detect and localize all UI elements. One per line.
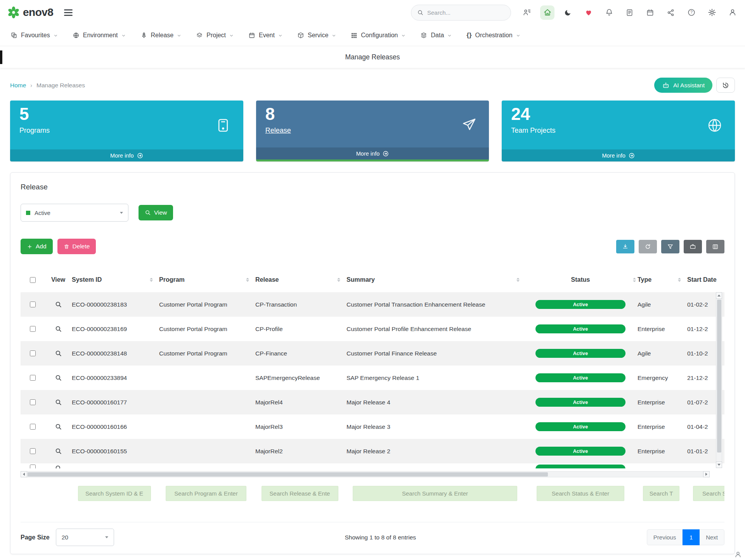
nav-label: Data — [431, 32, 444, 39]
horizontal-scroll-thumb[interactable] — [28, 472, 548, 477]
hamburger-menu-icon[interactable] — [64, 9, 73, 16]
share-icon[interactable] — [664, 5, 678, 20]
home-icon[interactable] — [540, 5, 554, 20]
previous-page-button[interactable]: Previous — [647, 529, 683, 545]
nav-item-event[interactable]: Event — [241, 25, 290, 46]
header-type[interactable]: Type — [638, 276, 687, 283]
add-button[interactable]: Add — [21, 239, 53, 254]
vertical-scrollbar — [716, 292, 722, 468]
row-checkbox[interactable] — [30, 375, 36, 381]
sort-control[interactable] — [337, 278, 344, 282]
more-info-link[interactable]: More info — [10, 149, 243, 161]
summary-cell: Customer Portal Finance Release — [347, 350, 526, 357]
view-row-button[interactable] — [55, 447, 62, 455]
filter-button[interactable] — [661, 240, 679, 253]
search-status-input[interactable] — [537, 486, 624, 501]
header-summary[interactable]: Summary — [347, 276, 526, 283]
user-icon[interactable] — [725, 5, 740, 20]
next-page-button[interactable]: Next — [700, 529, 724, 545]
row-checkbox[interactable] — [30, 326, 36, 332]
breadcrumb-current: Manage Releases — [36, 82, 85, 89]
view-row-button[interactable] — [55, 399, 62, 406]
scroll-left-arrow[interactable] — [21, 471, 27, 477]
nav-item-project[interactable]: Project — [189, 25, 241, 46]
history-button[interactable] — [716, 78, 735, 93]
nav-item-service[interactable]: Service — [290, 25, 343, 46]
columns-button[interactable] — [706, 240, 724, 253]
bell-icon[interactable] — [602, 5, 616, 20]
search-release-input[interactable] — [262, 486, 338, 501]
search-box[interactable] — [411, 5, 511, 21]
row-checkbox[interactable] — [30, 399, 36, 405]
horizontal-scroll-track[interactable] — [27, 471, 703, 477]
sort-control[interactable] — [678, 278, 685, 282]
delete-button[interactable]: Delete — [57, 239, 96, 254]
page-size-select[interactable]: 20 — [56, 529, 114, 546]
view-row-button[interactable] — [55, 374, 62, 381]
chevron-down-icon — [447, 33, 452, 38]
row-checkbox[interactable] — [30, 424, 36, 430]
refresh-button[interactable] — [639, 240, 657, 253]
search-start-date-input[interactable] — [693, 486, 724, 501]
header-release[interactable]: Release — [255, 276, 347, 283]
select-all-checkbox[interactable] — [30, 277, 36, 283]
header-status[interactable]: Status — [526, 276, 638, 283]
moon-icon[interactable] — [561, 5, 575, 20]
calendar-icon[interactable] — [643, 5, 657, 20]
search-summary-input[interactable] — [353, 486, 517, 501]
sort-control[interactable] — [150, 278, 157, 282]
export-button[interactable] — [616, 240, 634, 253]
nav-item-configuration[interactable]: Configuration — [343, 25, 413, 46]
view-row-button[interactable] — [55, 325, 62, 333]
header-system-id[interactable]: System ID — [72, 276, 159, 283]
sort-control[interactable] — [633, 278, 636, 282]
page-1-button[interactable]: 1 — [683, 529, 700, 545]
scroll-down-arrow[interactable] — [716, 461, 722, 468]
gear-icon[interactable] — [705, 5, 719, 20]
more-info-link[interactable]: More info — [256, 147, 489, 160]
breadcrumb-home-link[interactable]: Home — [10, 82, 26, 89]
row-checkbox[interactable] — [30, 302, 36, 307]
row-checkbox[interactable] — [30, 448, 36, 454]
sort-control[interactable] — [516, 278, 523, 282]
more-info-link[interactable]: More info — [502, 149, 735, 161]
nav-item-favourites[interactable]: Favourites — [3, 25, 65, 46]
search-icon — [55, 399, 62, 406]
header-program[interactable]: Program — [159, 276, 255, 283]
scroll-up-arrow[interactable] — [716, 292, 722, 299]
search-input[interactable] — [427, 9, 505, 16]
search-system-id-input[interactable] — [78, 486, 151, 501]
clipboard-icon[interactable] — [622, 5, 637, 20]
search-icon — [55, 465, 62, 468]
row-checkbox[interactable] — [30, 350, 36, 356]
summary-cell: Major Release 3 — [347, 423, 526, 430]
enov8-logo[interactable]: enov8 — [7, 6, 53, 19]
type-cell: Enterprise — [638, 423, 687, 430]
nav-item-release[interactable]: Release — [133, 25, 189, 46]
search-type-input[interactable] — [643, 486, 679, 501]
view-row-button[interactable] — [55, 350, 62, 357]
row-checkbox[interactable] — [30, 465, 36, 468]
release-card-link[interactable]: Release — [265, 127, 291, 134]
user-data-icon[interactable] — [520, 5, 534, 20]
search-program-input[interactable] — [166, 486, 246, 501]
view-button[interactable]: View — [139, 205, 173, 220]
status-filter-select[interactable]: Active — [21, 204, 128, 222]
nav-item-environment[interactable]: Environment — [65, 25, 133, 46]
nav-item-orchestration[interactable]: {} Orchestration — [459, 25, 527, 46]
briefcase-button[interactable] — [684, 240, 702, 253]
view-row-button[interactable] — [55, 423, 62, 430]
scroll-right-arrow[interactable] — [703, 471, 710, 477]
help-icon[interactable]: ? — [684, 5, 698, 20]
braces-icon: {} — [466, 31, 471, 39]
corner-user-icon[interactable] — [734, 551, 742, 558]
vertical-scroll-track[interactable] — [716, 299, 722, 461]
heart-icon[interactable] — [581, 5, 596, 20]
vertical-scroll-thumb[interactable] — [717, 300, 721, 453]
view-row-button[interactable] — [55, 465, 62, 468]
view-row-button[interactable] — [55, 301, 62, 308]
nav-item-data[interactable]: Data — [413, 25, 459, 46]
sort-control[interactable] — [246, 278, 253, 282]
header-start-date[interactable]: Start Date — [687, 276, 724, 283]
ai-assistant-button[interactable]: AI Assistant — [654, 78, 712, 93]
